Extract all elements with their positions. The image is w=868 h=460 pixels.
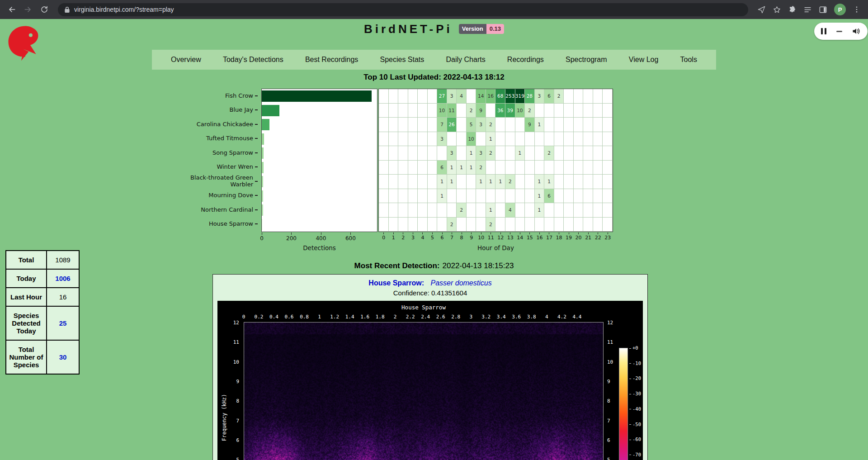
pause-button[interactable]: [821, 28, 826, 34]
bar-row: [262, 189, 377, 204]
heatmap-cell: 1: [437, 175, 447, 189]
heatmap-cell: 1: [535, 189, 545, 204]
nav-item-spectrogram[interactable]: Spectrogram: [566, 56, 607, 64]
heatmap-cell: [583, 189, 593, 204]
heatmap-cell: [564, 161, 574, 175]
species-label: Winter Wren: [183, 160, 258, 175]
bookmark-star-icon[interactable]: [773, 5, 781, 14]
heatmap-cell: [583, 203, 593, 218]
heatmap-cell: [525, 175, 535, 189]
heatmap-cell: 39: [505, 104, 515, 118]
hour-tick-label: 3: [408, 232, 418, 241]
heatmap-cell: 4: [505, 203, 515, 218]
nav-item-recordings[interactable]: Recordings: [507, 56, 544, 64]
heatmap-cell: [603, 104, 613, 118]
nav-item-overview[interactable]: Overview: [171, 56, 201, 64]
audio-player[interactable]: [814, 23, 868, 40]
heatmap-cell: 1: [476, 175, 486, 189]
heatmap-cell: [554, 203, 564, 218]
heatmap-cell: [554, 161, 564, 175]
extension-lines-icon[interactable]: [803, 5, 812, 14]
seek-bar[interactable]: [836, 31, 842, 32]
page-title: BirdNET-Pi: [364, 22, 453, 36]
hour-tick-label: 0: [379, 232, 389, 241]
detections-bar: [262, 90, 372, 102]
most-recent-label: Most Recent Detection:: [354, 261, 440, 270]
freq-tick-label: 9: [236, 378, 239, 384]
url-text: virginia.birdnetpi.com/?stream=play: [74, 6, 174, 13]
species-label: House Sparrow: [183, 217, 258, 232]
colorbar-tick-label: -50: [629, 422, 641, 427]
forward-button[interactable]: [21, 2, 35, 17]
profile-avatar[interactable]: P: [834, 4, 846, 15]
colorbar-tick-label: -60: [629, 436, 641, 442]
menu-kebab-icon[interactable]: [853, 5, 861, 14]
nav-item-daily-charts[interactable]: Daily Charts: [446, 56, 486, 64]
heatmap-cell: [428, 218, 438, 232]
heatmap-cell: [428, 161, 438, 175]
detections-axis-label: Detections: [261, 244, 377, 251]
y-axis-tick: [255, 138, 258, 139]
species-common-name-link[interactable]: House Sparrow:: [368, 279, 424, 287]
nav-item-species-stats[interactable]: Species Stats: [380, 56, 424, 64]
reload-button[interactable]: [37, 2, 52, 17]
heatmap-cell: [505, 132, 515, 147]
back-button[interactable]: [5, 2, 19, 17]
hour-tick-label: 11: [486, 232, 496, 241]
time-tick-label: 3.2: [481, 314, 491, 320]
spectrogram-time-axis: 00.20.40.60.811.21.41.61.822.22.42.62.83…: [244, 314, 604, 320]
heatmap-cell: 319: [515, 89, 525, 104]
heatmap-cell: [408, 218, 418, 232]
heatmap-cell: [447, 203, 457, 218]
heatmap-cell: [564, 104, 574, 118]
freq-tick-label: 12: [233, 320, 239, 326]
extensions-puzzle-icon[interactable]: [788, 5, 797, 14]
time-tick-label: 1.2: [330, 314, 339, 320]
nav-item-view-log[interactable]: View Log: [629, 56, 659, 64]
side-panel-icon[interactable]: [819, 5, 827, 14]
nav-item-best-recordings[interactable]: Best Recordings: [305, 56, 358, 64]
nav-item-today-s-detections[interactable]: Today's Detections: [223, 56, 283, 64]
heatmap-cell: 1: [515, 146, 525, 161]
heatmap-cell: [515, 218, 525, 232]
heatmap-cell: [389, 175, 399, 189]
heatmap-cell: [389, 118, 399, 132]
heatmap-cell: [457, 104, 467, 118]
y-axis-tick: [255, 95, 258, 96]
heatmap-cell: [505, 189, 515, 204]
species-scientific-name-link[interactable]: Passer domesticus: [430, 279, 491, 287]
heatmap-cell: [408, 175, 418, 189]
heatmap-cell: 1: [486, 203, 496, 218]
nav-item-tools[interactable]: Tools: [680, 56, 697, 64]
send-icon[interactable]: [757, 5, 766, 14]
heatmap-cell: [593, 89, 603, 104]
species-axis: Fish CrowBlue JayCarolina ChickadeeTufte…: [183, 89, 258, 231]
heatmap-cell: [564, 189, 574, 204]
freq-tick-label: 10: [607, 359, 613, 365]
heatmap-cell: [564, 146, 574, 161]
heatmap-cell: [495, 132, 505, 147]
stats-value-link[interactable]: 30: [47, 340, 79, 374]
heatmap-cell: [515, 118, 525, 132]
time-tick-label: 2.4: [421, 314, 430, 320]
heatmap-cell: [495, 203, 505, 218]
heatmap-cell: [398, 89, 408, 104]
heatmap-cell: [515, 189, 525, 204]
url-bar[interactable]: virginia.birdnetpi.com/?stream=play: [58, 3, 748, 16]
heatmap-cell: [389, 161, 399, 175]
stats-value-link[interactable]: 1006: [47, 269, 79, 288]
heatmap-cell: [398, 118, 408, 132]
stats-value-link[interactable]: 25: [47, 306, 79, 340]
confidence-text: Confidence: 0.41351604: [213, 289, 647, 297]
time-tick-label: 4: [545, 314, 548, 320]
heatmap-cell: 2: [544, 146, 554, 161]
x-axis-tick: [291, 232, 292, 235]
lock-icon: [64, 6, 70, 13]
time-tick-label: 4.4: [572, 314, 581, 320]
y-axis-tick: [255, 223, 258, 224]
heatmap-cell: [408, 146, 418, 161]
heatmap-cell: [495, 146, 505, 161]
heatmap-cell: 1: [535, 203, 545, 218]
volume-icon[interactable]: [852, 27, 861, 35]
freq-tick-label: 5: [236, 457, 239, 460]
